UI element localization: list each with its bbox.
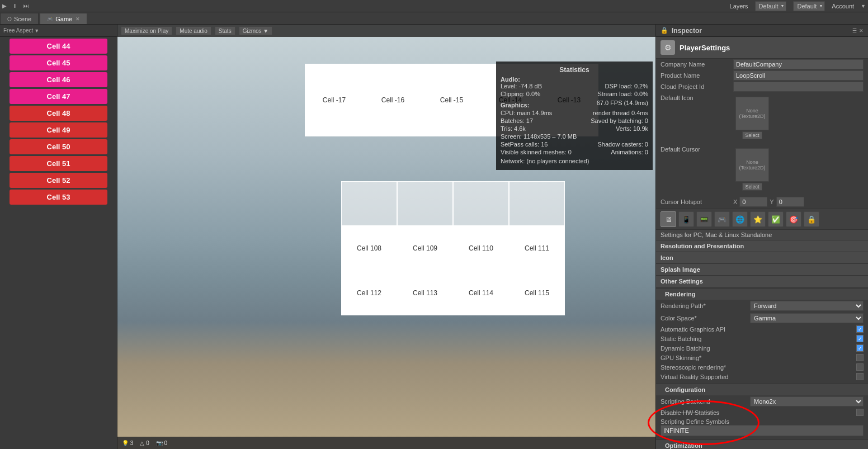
aspect-dropdown-icon: ▼: [34, 28, 39, 34]
stats-saved: Saved by batching: 0: [591, 117, 648, 124]
stats-animations: Animations: 0: [611, 149, 648, 155]
platform-icons: 🖥 📱 📟 🎮 🌐 ⭐ ✅ 🎯 🔒: [656, 209, 868, 230]
cloud-project-input[interactable]: [733, 82, 864, 92]
step-button[interactable]: ⏭: [23, 3, 29, 9]
play-button[interactable]: ▶: [2, 3, 7, 9]
main-area: Free Aspect ▼ Cell 44Cell 45Cell 46Cell …: [0, 25, 868, 449]
platform-console-icon[interactable]: 🎮: [714, 211, 730, 227]
tab-game-close[interactable]: ✕: [76, 16, 80, 22]
inspector-close-btn[interactable]: ✕: [859, 28, 864, 34]
dynamic-batching-row: Dynamic Batching: [656, 343, 868, 353]
statistics-overlay: Statistics Audio: Level: -74.8 dB DSP lo…: [496, 62, 653, 170]
layers-dropdown[interactable]: Default: [755, 1, 787, 11]
vr-supported-checkbox[interactable]: [856, 373, 864, 380]
scripting-backend-dropdown[interactable]: Mono2x: [750, 396, 864, 407]
left-cell-btn[interactable]: Cell 45: [10, 55, 107, 70]
gpu-skinning-label: GPU Skinning*: [661, 355, 856, 361]
platform-check-icon[interactable]: ✅: [768, 211, 784, 227]
stereoscopic-checkbox[interactable]: [856, 363, 864, 371]
account-label: Account: [832, 3, 854, 10]
stats-btn[interactable]: Stats: [215, 26, 235, 35]
disable-hw-checkbox[interactable]: [856, 409, 864, 416]
static-batching-checkbox[interactable]: [856, 335, 864, 342]
default-icon-texture: None (Texture2D): [735, 97, 769, 130]
rendering-path-dropdown[interactable]: Forward: [750, 301, 864, 311]
stats-dsp: DSP load: 0.2%: [605, 83, 648, 89]
platform-star-icon[interactable]: ⭐: [750, 211, 766, 227]
company-name-input[interactable]: [733, 59, 864, 69]
bottom-grid-cell: Cell 115: [509, 271, 565, 315]
left-cell-btn[interactable]: Cell 50: [10, 139, 107, 154]
disable-hw-label: Disable HW Statistics: [661, 409, 856, 416]
cursor-hotspot-y-input[interactable]: [776, 197, 804, 207]
disable-hw-row: Disable HW Statistics: [656, 408, 868, 417]
default-icon-select-btn[interactable]: Select: [742, 131, 762, 139]
gizmos-btn[interactable]: Gizmos ▼: [239, 26, 273, 35]
stats-network: Network: (no players connected): [501, 158, 589, 164]
color-space-row: Color Space* Gamma: [656, 312, 868, 324]
inspector-icons: ☰ ✕: [852, 28, 864, 34]
auto-graphics-checkbox[interactable]: [856, 325, 864, 333]
inspector-title: Inspector: [672, 27, 702, 35]
left-cell-btn[interactable]: Cell 48: [10, 106, 107, 121]
optimization-subsection[interactable]: Optimization: [656, 439, 868, 449]
rendering-path-row: Rendering Path* Forward: [656, 300, 868, 312]
mesh-count: △ 0: [140, 440, 149, 446]
default-cursor-label: Default Cursor: [661, 146, 733, 153]
pause-button[interactable]: ⏸: [12, 3, 18, 9]
y-label: Y: [770, 198, 773, 205]
tab-game[interactable]: 🎮 Game ✕: [40, 13, 87, 24]
scripting-backend-row: Scripting Backend Mono2x: [656, 395, 868, 408]
left-cell-btn[interactable]: Cell 52: [10, 173, 107, 188]
mute-audio-btn[interactable]: Mute audio: [176, 26, 211, 35]
inspector-menu-btn[interactable]: ☰: [852, 28, 857, 34]
section-other[interactable]: Other Settings: [656, 275, 868, 287]
dynamic-batching-label: Dynamic Batching: [661, 345, 856, 352]
section-icon[interactable]: Icon: [656, 252, 868, 263]
scripting-define-input[interactable]: [661, 425, 864, 436]
platform-lock-icon[interactable]: 🔒: [804, 211, 819, 227]
layout-dropdown[interactable]: Default: [793, 1, 825, 11]
player-settings-icon: ⚙: [661, 40, 675, 55]
section-splash[interactable]: Splash Image: [656, 263, 868, 275]
product-name-input[interactable]: [733, 70, 864, 81]
platform-web-icon[interactable]: 🌐: [732, 211, 748, 227]
default-cursor-select-btn[interactable]: Select: [742, 183, 762, 191]
default-icon-row: Default Icon None (Texture2D) Select: [656, 92, 868, 144]
stats-stream: Stream load: 0.0%: [598, 91, 649, 97]
top-h-cell: Cell -16: [364, 64, 422, 136]
left-cell-btn[interactable]: Cell 53: [10, 190, 107, 205]
account-dropdown-icon: ▼: [861, 3, 866, 9]
cursor-hotspot-xy: X Y: [733, 197, 804, 207]
left-cell-btn[interactable]: Cell 44: [10, 39, 107, 54]
cursor-hotspot-x-input[interactable]: [739, 197, 767, 207]
section-resolution[interactable]: Resolution and Presentation: [656, 240, 868, 252]
vr-supported-row: Virtual Reality Supported: [656, 372, 868, 381]
stats-skinned: Visible skinned meshes: 0: [501, 149, 572, 155]
color-space-dropdown[interactable]: Gamma: [750, 313, 864, 323]
vr-supported-label: Virtual Reality Supported: [661, 374, 856, 380]
tab-row: ⬡ Scene 🎮 Game ✕: [0, 12, 868, 25]
bottom-grid-cell-empty: [397, 181, 453, 226]
bottom-grid-cell: Cell 113: [397, 271, 453, 315]
dynamic-batching-checkbox[interactable]: [856, 344, 864, 352]
left-cell-btn[interactable]: Cell 49: [10, 122, 107, 138]
rendering-subsection[interactable]: Rendering: [656, 288, 868, 300]
platform-android-icon[interactable]: 📟: [696, 211, 712, 227]
left-cell-btn[interactable]: Cell 51: [10, 156, 107, 171]
left-cell-btn[interactable]: Cell 47: [10, 89, 107, 104]
bottom-grid-cell-empty: [453, 181, 509, 226]
maximize-on-play-btn[interactable]: Maximize on Play: [121, 26, 172, 35]
bottom-grid-cell: Cell 114: [453, 271, 509, 315]
stats-clipping: Clipping: 0.0%: [501, 91, 540, 97]
left-cell-btn[interactable]: Cell 46: [10, 72, 107, 87]
bottom-grid-cell: Cell 108: [341, 226, 397, 271]
platform-ios-icon[interactable]: 📱: [678, 211, 694, 227]
bottom-grid-cells: Cell 108Cell 109Cell 110Cell 111Cell 112…: [341, 181, 565, 315]
platform-target-icon[interactable]: 🎯: [786, 211, 801, 227]
gpu-skinning-checkbox[interactable]: [856, 354, 864, 361]
configuration-subsection[interactable]: Configuration: [656, 384, 868, 395]
tab-scene[interactable]: ⬡ Scene: [0, 13, 39, 24]
platform-pc-icon[interactable]: 🖥: [661, 211, 676, 227]
top-bar: ▶ ⏸ ⏭ Layers Default Default Account ▼: [0, 0, 868, 12]
